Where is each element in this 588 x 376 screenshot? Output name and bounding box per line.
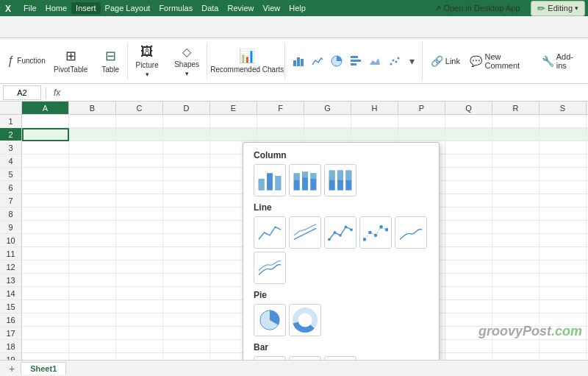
- donut-chart[interactable]: [289, 304, 321, 336]
- row-num-16[interactable]: 16: [0, 313, 22, 327]
- pivot-table-button[interactable]: ⊞ PivotTable: [50, 42, 91, 80]
- cell-b14[interactable]: [69, 287, 116, 300]
- cell-d6[interactable]: [163, 181, 210, 194]
- cell-s1[interactable]: [539, 115, 587, 128]
- cell-s11[interactable]: [539, 247, 587, 260]
- cell-b12[interactable]: [69, 260, 116, 274]
- cell-s8[interactable]: [539, 207, 587, 221]
- cell-d10[interactable]: [163, 234, 210, 247]
- row-num-4[interactable]: 4: [0, 155, 22, 168]
- cell-c9[interactable]: [116, 221, 163, 234]
- col-header-e[interactable]: E: [210, 102, 257, 114]
- clustered-bar-chart[interactable]: [254, 356, 286, 360]
- cell-b9[interactable]: [69, 221, 116, 234]
- cell-c11[interactable]: [116, 247, 163, 260]
- cell-r16[interactable]: [492, 313, 539, 327]
- cell-q8[interactable]: [445, 207, 492, 221]
- cell-q2[interactable]: [445, 128, 492, 141]
- cell-s6[interactable]: [539, 181, 587, 194]
- cell-s4[interactable]: [539, 155, 587, 168]
- cell-s19[interactable]: [539, 353, 587, 360]
- cell-c15[interactable]: [116, 300, 163, 313]
- cell-q17[interactable]: [445, 327, 492, 340]
- cell-s3[interactable]: [539, 141, 587, 155]
- row-num-6[interactable]: 6: [0, 181, 22, 194]
- cell-a9[interactable]: [22, 221, 69, 234]
- menu-review[interactable]: Review: [223, 2, 258, 14]
- formula-input[interactable]: [66, 85, 585, 100]
- line-smooth2-chart[interactable]: [254, 252, 286, 284]
- cell-r15[interactable]: [492, 300, 539, 313]
- cell-q18[interactable]: [445, 340, 492, 353]
- row-num-1[interactable]: 1: [0, 115, 22, 128]
- cell-s10[interactable]: [539, 234, 587, 247]
- cell-b18[interactable]: [69, 340, 116, 353]
- cell-a11[interactable]: [22, 247, 69, 260]
- cell-b11[interactable]: [69, 247, 116, 260]
- col-header-p[interactable]: P: [398, 102, 445, 114]
- cell-b13[interactable]: [69, 274, 116, 287]
- open-desktop-button[interactable]: ↗ Open in Desktop App: [428, 1, 526, 15]
- cell-s17[interactable]: [539, 327, 587, 340]
- menu-home[interactable]: Home: [41, 2, 71, 14]
- shapes-button[interactable]: ◇ Shapes ▾: [166, 42, 207, 80]
- cell-q3[interactable]: [445, 141, 492, 155]
- cell-c14[interactable]: [116, 287, 163, 300]
- cell-q10[interactable]: [445, 234, 492, 247]
- cell-b4[interactable]: [69, 155, 116, 168]
- cell-q5[interactable]: [445, 168, 492, 181]
- cell-q14[interactable]: [445, 287, 492, 300]
- cell-f2[interactable]: [257, 128, 304, 141]
- cell-d19[interactable]: [163, 353, 210, 360]
- cell-p1[interactable]: [398, 115, 445, 128]
- cell-c8[interactable]: [116, 207, 163, 221]
- line-scatter-chart[interactable]: [359, 216, 392, 249]
- cell-s13[interactable]: [539, 274, 587, 287]
- row-num-10[interactable]: 10: [0, 234, 22, 247]
- clustered-column-chart[interactable]: [254, 164, 286, 196]
- cell-s12[interactable]: [539, 260, 587, 274]
- cell-r18[interactable]: [492, 340, 539, 353]
- cell-r4[interactable]: [492, 155, 539, 168]
- col-header-g[interactable]: G: [304, 102, 351, 114]
- row-num-9[interactable]: 9: [0, 221, 22, 234]
- stacked-bar-chart[interactable]: [289, 356, 321, 360]
- row-num-13[interactable]: 13: [0, 274, 22, 287]
- cell-r14[interactable]: [492, 287, 539, 300]
- row-num-7[interactable]: 7: [0, 194, 22, 207]
- cell-a18[interactable]: [22, 340, 69, 353]
- cell-a4[interactable]: [22, 155, 69, 168]
- add-sheet-button[interactable]: +: [3, 361, 21, 376]
- cell-q7[interactable]: [445, 194, 492, 207]
- cell-c1[interactable]: [116, 115, 163, 128]
- col-header-q[interactable]: Q: [445, 102, 492, 114]
- cell-r11[interactable]: [492, 247, 539, 260]
- cell-d1[interactable]: [163, 115, 210, 128]
- row-num-15[interactable]: 15: [0, 300, 22, 313]
- cell-s16[interactable]: [539, 313, 587, 327]
- cell-c10[interactable]: [116, 234, 163, 247]
- pie-chart[interactable]: [254, 304, 286, 336]
- row-num-19[interactable]: 19: [0, 353, 22, 360]
- cell-c6[interactable]: [116, 181, 163, 194]
- cell-h2[interactable]: [351, 128, 398, 141]
- row-num-2[interactable]: 2: [0, 128, 22, 141]
- cell-r17[interactable]: [492, 327, 539, 340]
- cell-d2[interactable]: [163, 128, 210, 141]
- cell-q13[interactable]: [445, 274, 492, 287]
- cell-a17[interactable]: [22, 327, 69, 340]
- name-box[interactable]: [3, 85, 41, 100]
- pie-chart-button[interactable]: [328, 48, 345, 74]
- cell-a10[interactable]: [22, 234, 69, 247]
- cell-a6[interactable]: [22, 181, 69, 194]
- cell-q15[interactable]: [445, 300, 492, 313]
- 100-stacked-column-chart[interactable]: [324, 164, 356, 196]
- menu-page-layout[interactable]: Page Layout: [101, 2, 155, 14]
- cell-b7[interactable]: [69, 194, 116, 207]
- cell-d9[interactable]: [163, 221, 210, 234]
- cell-s15[interactable]: [539, 300, 587, 313]
- cell-a13[interactable]: [22, 274, 69, 287]
- col-header-c[interactable]: C: [116, 102, 163, 114]
- cell-r12[interactable]: [492, 260, 539, 274]
- stacked-line-chart[interactable]: [289, 216, 321, 249]
